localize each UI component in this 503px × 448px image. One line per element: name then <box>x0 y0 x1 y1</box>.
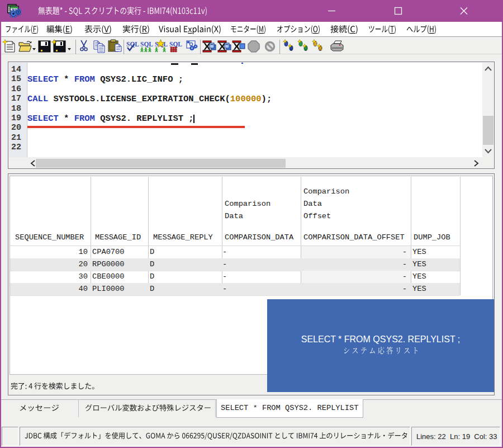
svg-text:SQL: SQL <box>140 41 153 48</box>
svg-text:SQL: SQL <box>169 41 182 48</box>
